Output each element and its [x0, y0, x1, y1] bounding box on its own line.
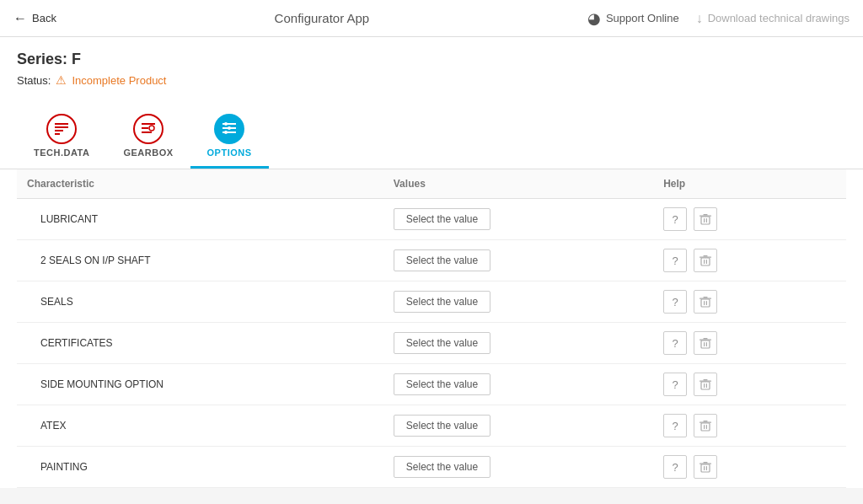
- help-cell: ?: [653, 364, 846, 405]
- svg-rect-2: [55, 130, 63, 131]
- value-cell: Select the value: [383, 199, 653, 240]
- tab-tech-data[interactable]: TECH.DATA: [17, 107, 106, 169]
- svg-rect-29: [701, 340, 710, 348]
- svg-rect-0: [55, 123, 68, 125]
- help-cell: ?: [653, 199, 846, 240]
- help-button[interactable]: ?: [663, 414, 687, 437]
- value-cell: Select the value: [383, 281, 653, 323]
- svg-rect-20: [704, 260, 705, 264]
- svg-point-13: [224, 131, 228, 134]
- download-label: Download technical drawings: [708, 12, 850, 24]
- help-button[interactable]: ?: [663, 373, 687, 396]
- app-title: Configurator App: [56, 11, 587, 25]
- delete-button[interactable]: [694, 249, 717, 272]
- table-row: ATEX Select the value ?: [17, 405, 846, 447]
- help-button[interactable]: ?: [663, 455, 687, 479]
- svg-rect-28: [704, 297, 708, 298]
- svg-rect-25: [704, 301, 705, 305]
- tech-data-label: TECH.DATA: [34, 147, 89, 158]
- status-text: Incomplete Product: [72, 74, 166, 87]
- delete-button[interactable]: [694, 414, 717, 437]
- help-button[interactable]: ?: [663, 290, 687, 314]
- help-cell: ?: [653, 405, 846, 447]
- svg-rect-3: [55, 133, 60, 135]
- svg-rect-23: [704, 255, 708, 257]
- table-row: 2 SEALS ON I/P SHAFT Select the value ?: [17, 240, 846, 281]
- value-cell: Select the value: [383, 447, 653, 488]
- select-value-button[interactable]: Select the value: [394, 456, 490, 478]
- svg-rect-48: [704, 462, 708, 464]
- help-button[interactable]: ?: [663, 249, 687, 272]
- support-online-button[interactable]: ◕ Support Online: [587, 9, 679, 28]
- back-label: Back: [32, 12, 56, 24]
- svg-point-12: [228, 126, 231, 130]
- table-row: SEALS Select the value ?: [17, 281, 846, 323]
- help-cell: ?: [653, 447, 846, 488]
- series-title: Series: F: [17, 51, 846, 68]
- svg-point-11: [224, 122, 228, 126]
- svg-rect-24: [701, 299, 710, 307]
- svg-rect-22: [700, 257, 711, 258]
- select-value-button[interactable]: Select the value: [394, 249, 490, 271]
- options-table: Characteristic Values Help LUBRICANT Sel…: [17, 169, 846, 488]
- table-row: LUBRICANT Select the value ?: [17, 199, 846, 240]
- help-button[interactable]: ?: [663, 331, 687, 355]
- back-arrow-icon: ←: [13, 11, 27, 26]
- options-label: OPTIONS: [207, 147, 252, 158]
- svg-rect-32: [700, 340, 711, 340]
- svg-rect-43: [704, 421, 708, 422]
- delete-button[interactable]: [694, 373, 717, 396]
- svg-rect-33: [704, 338, 708, 340]
- delete-button[interactable]: [694, 331, 717, 355]
- tab-bar: TECH.DATA GEARBOX OPTIONS: [0, 107, 863, 169]
- select-value-button[interactable]: Select the value: [394, 415, 490, 437]
- col-header-characteristic: Characteristic: [17, 169, 383, 199]
- tab-options[interactable]: OPTIONS: [190, 107, 269, 169]
- tab-gearbox[interactable]: GEARBOX: [106, 107, 190, 169]
- svg-rect-1: [55, 126, 68, 128]
- download-button[interactable]: ↓ Download technical drawings: [696, 11, 850, 26]
- svg-rect-30: [704, 342, 705, 346]
- characteristic-cell: SIDE MOUNTING OPTION: [17, 364, 383, 405]
- help-cell: ?: [653, 281, 846, 323]
- help-cell: ?: [653, 323, 846, 364]
- support-icon: ◕: [587, 9, 601, 28]
- download-icon: ↓: [696, 11, 703, 26]
- delete-button[interactable]: [694, 290, 717, 314]
- support-label: Support Online: [606, 12, 679, 24]
- svg-rect-42: [700, 422, 711, 423]
- select-value-button[interactable]: Select the value: [394, 332, 490, 354]
- value-cell: Select the value: [383, 405, 653, 447]
- characteristic-cell: CERTIFICATES: [17, 323, 383, 364]
- characteristic-cell: LUBRICANT: [17, 199, 383, 240]
- svg-rect-31: [706, 342, 707, 346]
- delete-button[interactable]: [694, 207, 717, 231]
- svg-rect-17: [700, 216, 711, 217]
- status-label: Status:: [17, 74, 51, 87]
- svg-rect-46: [706, 466, 707, 470]
- tech-data-icon: [46, 114, 77, 144]
- app-header: ← Back Configurator App ◕ Support Online…: [0, 0, 863, 37]
- back-button[interactable]: ← Back: [13, 11, 56, 26]
- svg-rect-44: [701, 464, 710, 472]
- select-value-button[interactable]: Select the value: [394, 291, 490, 313]
- characteristic-cell: 2 SEALS ON I/P SHAFT: [17, 240, 383, 281]
- col-header-help: Help: [653, 169, 846, 199]
- select-value-button[interactable]: Select the value: [394, 208, 490, 230]
- status-bar: Status: ⚠ Incomplete Product: [17, 73, 846, 87]
- svg-rect-4: [142, 123, 155, 125]
- svg-rect-21: [706, 260, 707, 264]
- help-button[interactable]: ?: [663, 207, 687, 231]
- svg-rect-41: [706, 425, 707, 429]
- svg-rect-39: [701, 423, 710, 431]
- value-cell: Select the value: [383, 240, 653, 281]
- warning-icon: ⚠: [56, 73, 67, 87]
- svg-rect-45: [704, 466, 705, 470]
- select-value-button[interactable]: Select the value: [394, 373, 490, 395]
- page-content: Series: F Status: ⚠ Incomplete Product: [0, 37, 863, 107]
- characteristic-cell: SEALS: [17, 281, 383, 323]
- delete-button[interactable]: [694, 455, 717, 479]
- characteristic-cell: ATEX: [17, 405, 383, 447]
- options-table-container: Characteristic Values Help LUBRICANT Sel…: [0, 169, 863, 488]
- table-row: SIDE MOUNTING OPTION Select the value ?: [17, 364, 846, 405]
